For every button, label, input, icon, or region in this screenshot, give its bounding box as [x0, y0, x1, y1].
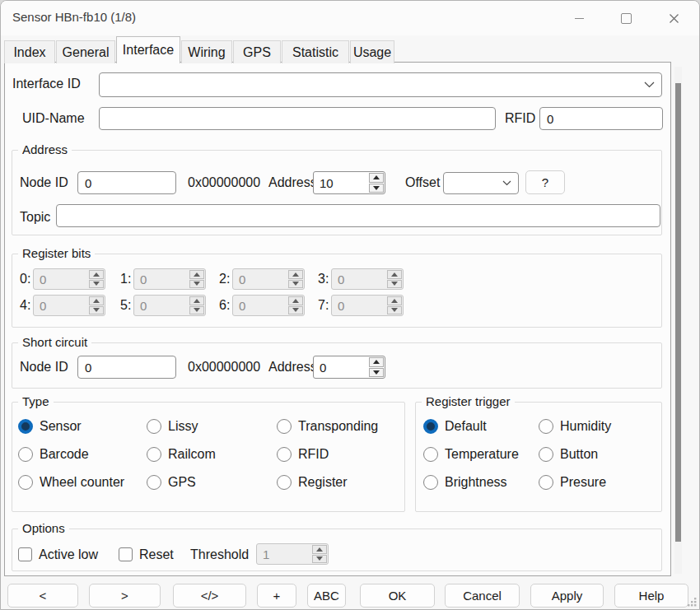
minimize-icon [575, 18, 584, 19]
radio-icon [147, 447, 161, 462]
radio-label: Register [298, 475, 348, 490]
ok-button[interactable]: OK [360, 584, 435, 608]
tab-interface[interactable]: Interface [116, 36, 180, 63]
maximize-button[interactable] [608, 7, 644, 30]
radio-type-wheel-counter[interactable]: Wheel counter [18, 474, 124, 490]
radio-type-lissy[interactable]: Lissy [147, 418, 198, 434]
topic-input[interactable] [56, 204, 660, 227]
tab-statistic[interactable]: Statistic [282, 40, 349, 63]
register-bit-7-value: 0 [332, 296, 386, 315]
radio-trigger-humidity[interactable]: Humidity [539, 418, 611, 434]
spin-down-icon[interactable] [369, 184, 384, 193]
radio-trigger-default[interactable]: Default [423, 418, 487, 434]
spin-up-icon [89, 296, 104, 305]
spin-up-icon[interactable] [369, 173, 384, 183]
close-button[interactable] [656, 7, 692, 30]
spin-down-icon[interactable] [369, 368, 384, 378]
add-button[interactable]: + [257, 584, 296, 608]
tab-strip: Index General Interface Wiring GPS Stati… [4, 35, 395, 63]
next-button[interactable]: > [89, 584, 161, 608]
radio-label: Presure [560, 475, 606, 490]
checkbox-active-low[interactable]: Active low [18, 547, 98, 562]
checkbox-reset[interactable]: Reset [119, 547, 174, 562]
radio-selected-icon [18, 419, 33, 434]
spin-up-icon [89, 270, 104, 279]
radio-trigger-temperature[interactable]: Temperature [423, 446, 519, 462]
register-bit-6-spinner: 0 [232, 295, 305, 316]
address-node-id-input[interactable]: 0 [77, 171, 176, 194]
tab-usage[interactable]: Usage [350, 40, 394, 63]
rfid-label: RFID [505, 111, 535, 126]
spin-up-icon[interactable] [369, 357, 384, 367]
minimize-button[interactable] [561, 7, 597, 30]
rfid-input[interactable]: 0 [539, 107, 663, 130]
radio-type-railcom[interactable]: Railcom [147, 446, 216, 462]
abc-button[interactable]: ABC [307, 584, 346, 608]
spin-down-icon [89, 306, 104, 315]
chevron-down-icon [502, 180, 511, 186]
radio-label: Lissy [168, 419, 198, 434]
spin-up-icon [288, 270, 303, 279]
resize-grip[interactable] [686, 596, 697, 607]
radio-type-transponding[interactable]: Transponding [277, 418, 378, 434]
code-button[interactable]: </> [173, 584, 246, 608]
spin-down-icon [312, 555, 327, 564]
radio-label: Button [560, 447, 598, 462]
radio-label: Barcode [40, 447, 89, 462]
help-button[interactable]: Help [614, 584, 688, 608]
offset-combobox[interactable] [443, 172, 519, 194]
radio-trigger-button[interactable]: Button [539, 446, 598, 462]
cancel-button-label: Cancel [463, 589, 502, 603]
vertical-scrollbar[interactable] [674, 67, 682, 574]
spin-up-icon [189, 296, 204, 305]
radio-type-register[interactable]: Register [277, 474, 348, 490]
register-bit-7-spinner: 0 [331, 295, 404, 316]
register-bit-6-label: 6: [219, 298, 230, 313]
radio-label: RFID [298, 447, 329, 462]
radio-type-barcode[interactable]: Barcode [18, 446, 89, 462]
help-question-button[interactable]: ? [525, 170, 565, 194]
offset-label: Offset [405, 175, 440, 190]
radio-type-gps[interactable]: GPS [147, 474, 196, 490]
radio-type-sensor[interactable]: Sensor [18, 418, 82, 434]
short-circuit-hex-value: 0x00000000 [188, 360, 260, 375]
window-title: Sensor HBn-fb10 (1/8) [12, 10, 136, 24]
short-circuit-title: Short circuit [18, 334, 91, 350]
uid-name-input[interactable] [99, 107, 496, 130]
register-bit-5-label: 5: [120, 298, 131, 313]
abc-button-label: ABC [314, 589, 339, 603]
radio-icon [539, 419, 553, 434]
register-bit-3-value: 0 [332, 269, 386, 289]
threshold-label: Threshold [190, 547, 249, 562]
tab-general[interactable]: General [56, 40, 115, 63]
radio-type-rfid[interactable]: RFID [277, 446, 329, 462]
scrollbar-thumb[interactable] [675, 83, 681, 542]
interface-tab-panel: Interface ID UID-Name RFID 0 Address Nod… [4, 62, 671, 576]
radio-trigger-brightness[interactable]: Brightness [423, 474, 507, 490]
spin-up-icon [189, 270, 204, 279]
register-bit-7-label: 7: [318, 298, 329, 313]
interface-id-combobox[interactable] [99, 72, 662, 97]
tab-gps[interactable]: GPS [233, 40, 281, 63]
threshold-value: 1 [257, 544, 311, 564]
next-button-label: > [121, 589, 128, 603]
tab-wiring[interactable]: Wiring [181, 40, 232, 63]
radio-trigger-presure[interactable]: Presure [539, 474, 606, 490]
close-icon [669, 13, 679, 24]
short-circuit-node-id-input[interactable]: 0 [77, 356, 176, 379]
register-bit-2-label: 2: [219, 272, 230, 286]
ok-button-label: OK [389, 589, 407, 603]
radio-icon [539, 447, 553, 462]
tab-index[interactable]: Index [4, 40, 55, 63]
options-group [12, 529, 662, 571]
cancel-button[interactable]: Cancel [445, 584, 520, 608]
prev-button[interactable]: < [7, 584, 78, 608]
short-circuit-address-spinner[interactable]: 0 [313, 356, 385, 379]
apply-button[interactable]: Apply [530, 584, 604, 608]
register-bit-4-spinner: 0 [33, 295, 105, 316]
checkbox-label: Active low [39, 547, 98, 562]
address-spinner[interactable]: 10 [313, 171, 385, 194]
register-bit-3-spinner: 0 [331, 268, 404, 290]
code-button-label: </> [201, 589, 219, 603]
spin-down-icon [387, 306, 402, 315]
